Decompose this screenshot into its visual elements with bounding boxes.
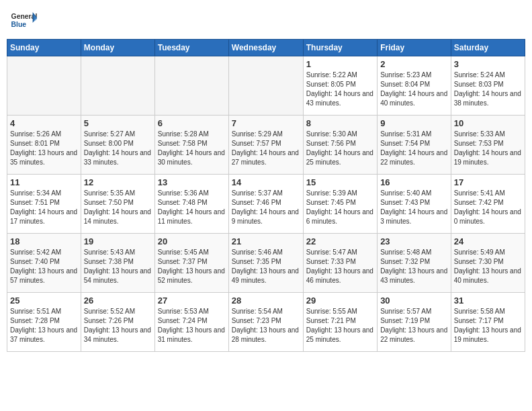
day-number: 3 — [454, 59, 522, 69]
day-number: 6 — [158, 118, 226, 128]
calendar-cell: 26Sunrise: 5:52 AMSunset: 7:26 PMDayligh… — [81, 293, 154, 352]
col-header-sunday: Sunday — [7, 40, 81, 56]
calendar-cell: 8Sunrise: 5:30 AMSunset: 7:56 PMDaylight… — [303, 116, 377, 175]
calendar-cell: 14Sunrise: 5:37 AMSunset: 7:46 PMDayligh… — [228, 175, 303, 234]
day-number: 4 — [10, 118, 78, 128]
col-header-thursday: Thursday — [303, 40, 377, 56]
svg-text:Blue: Blue — [11, 21, 27, 28]
day-info: Sunrise: 5:42 AMSunset: 7:40 PMDaylight:… — [10, 248, 78, 285]
day-info: Sunrise: 5:51 AMSunset: 7:28 PMDaylight:… — [10, 307, 78, 345]
day-number: 10 — [454, 118, 522, 128]
calendar-cell: 28Sunrise: 5:54 AMSunset: 7:23 PMDayligh… — [228, 293, 303, 352]
day-number: 23 — [380, 236, 448, 246]
calendar-header-row: SundayMondayTuesdayWednesdayThursdayFrid… — [7, 40, 525, 56]
day-info: Sunrise: 5:35 AMSunset: 7:50 PMDaylight:… — [84, 189, 152, 226]
day-number: 30 — [380, 295, 448, 306]
col-header-monday: Monday — [81, 40, 154, 56]
day-number: 20 — [158, 236, 226, 246]
day-info: Sunrise: 5:29 AMSunset: 7:57 PMDaylight:… — [232, 130, 300, 167]
day-info: Sunrise: 5:48 AMSunset: 7:32 PMDaylight:… — [380, 248, 448, 285]
day-number: 11 — [10, 177, 78, 187]
col-header-tuesday: Tuesday — [154, 40, 228, 56]
day-number: 19 — [84, 236, 152, 246]
col-header-wednesday: Wednesday — [228, 40, 303, 56]
calendar-cell: 21Sunrise: 5:46 AMSunset: 7:35 PMDayligh… — [228, 234, 303, 293]
day-info: Sunrise: 5:45 AMSunset: 7:37 PMDaylight:… — [158, 248, 226, 285]
calendar-cell: 31Sunrise: 5:58 AMSunset: 7:17 PMDayligh… — [451, 293, 525, 352]
calendar-cell — [7, 56, 81, 116]
day-info: Sunrise: 5:43 AMSunset: 7:38 PMDaylight:… — [84, 248, 152, 285]
calendar-cell: 29Sunrise: 5:55 AMSunset: 7:21 PMDayligh… — [303, 293, 377, 352]
day-info: Sunrise: 5:40 AMSunset: 7:43 PMDaylight:… — [380, 189, 448, 226]
day-number: 31 — [454, 295, 522, 306]
day-info: Sunrise: 5:47 AMSunset: 7:33 PMDaylight:… — [306, 248, 374, 285]
day-info: Sunrise: 5:49 AMSunset: 7:30 PMDaylight:… — [454, 248, 522, 285]
calendar-cell: 12Sunrise: 5:35 AMSunset: 7:50 PMDayligh… — [81, 175, 154, 234]
calendar-cell: 20Sunrise: 5:45 AMSunset: 7:37 PMDayligh… — [154, 234, 228, 293]
calendar-cell: 25Sunrise: 5:51 AMSunset: 7:28 PMDayligh… — [7, 293, 81, 352]
day-number: 27 — [158, 295, 226, 306]
calendar-cell — [154, 56, 228, 116]
col-header-saturday: Saturday — [451, 40, 525, 56]
day-info: Sunrise: 5:33 AMSunset: 7:53 PMDaylight:… — [454, 130, 522, 167]
day-info: Sunrise: 5:26 AMSunset: 8:01 PMDaylight:… — [10, 130, 78, 167]
calendar-cell: 17Sunrise: 5:41 AMSunset: 7:42 PMDayligh… — [451, 175, 525, 234]
week-row-2: 4Sunrise: 5:26 AMSunset: 8:01 PMDaylight… — [7, 116, 525, 175]
day-info: Sunrise: 5:55 AMSunset: 7:21 PMDaylight:… — [306, 307, 374, 345]
day-number: 8 — [306, 118, 374, 128]
calendar-cell: 2Sunrise: 5:23 AMSunset: 8:04 PMDaylight… — [378, 56, 451, 116]
day-info: Sunrise: 5:22 AMSunset: 8:05 PMDaylight:… — [306, 71, 374, 108]
logo: General Blue — [10, 7, 40, 34]
day-number: 15 — [306, 177, 374, 187]
day-info: Sunrise: 5:41 AMSunset: 7:42 PMDaylight:… — [454, 189, 522, 226]
week-row-4: 18Sunrise: 5:42 AMSunset: 7:40 PMDayligh… — [7, 234, 525, 293]
calendar-cell: 11Sunrise: 5:34 AMSunset: 7:51 PMDayligh… — [7, 175, 81, 234]
calendar-cell: 1Sunrise: 5:22 AMSunset: 8:05 PMDaylight… — [303, 56, 377, 116]
calendar-table: SundayMondayTuesdayWednesdayThursdayFrid… — [7, 39, 525, 352]
calendar-cell: 19Sunrise: 5:43 AMSunset: 7:38 PMDayligh… — [81, 234, 154, 293]
day-number: 17 — [454, 177, 522, 187]
day-info: Sunrise: 5:54 AMSunset: 7:23 PMDaylight:… — [232, 307, 300, 345]
day-info: Sunrise: 5:36 AMSunset: 7:48 PMDaylight:… — [158, 189, 226, 226]
day-info: Sunrise: 5:31 AMSunset: 7:54 PMDaylight:… — [380, 130, 448, 167]
day-number: 22 — [306, 236, 374, 246]
calendar-cell: 23Sunrise: 5:48 AMSunset: 7:32 PMDayligh… — [378, 234, 451, 293]
day-number: 16 — [380, 177, 448, 187]
calendar-cell — [228, 56, 303, 116]
day-info: Sunrise: 5:27 AMSunset: 8:00 PMDaylight:… — [84, 130, 152, 167]
logo-icon: General Blue — [10, 7, 37, 34]
day-info: Sunrise: 5:53 AMSunset: 7:24 PMDaylight:… — [158, 307, 226, 345]
day-number: 12 — [84, 177, 152, 187]
day-info: Sunrise: 5:57 AMSunset: 7:19 PMDaylight:… — [380, 307, 448, 345]
day-number: 7 — [232, 118, 300, 128]
calendar-cell: 5Sunrise: 5:27 AMSunset: 8:00 PMDaylight… — [81, 116, 154, 175]
week-row-5: 25Sunrise: 5:51 AMSunset: 7:28 PMDayligh… — [7, 293, 525, 352]
day-number: 21 — [232, 236, 300, 246]
day-info: Sunrise: 5:39 AMSunset: 7:45 PMDaylight:… — [306, 189, 374, 226]
calendar-cell: 24Sunrise: 5:49 AMSunset: 7:30 PMDayligh… — [451, 234, 525, 293]
day-number: 1 — [306, 59, 374, 69]
calendar-cell: 13Sunrise: 5:36 AMSunset: 7:48 PMDayligh… — [154, 175, 228, 234]
day-info: Sunrise: 5:28 AMSunset: 7:58 PMDaylight:… — [158, 130, 226, 167]
day-number: 24 — [454, 236, 522, 246]
page-header: General Blue — [7, 7, 525, 34]
calendar-cell: 3Sunrise: 5:24 AMSunset: 8:03 PMDaylight… — [451, 56, 525, 116]
calendar-cell: 22Sunrise: 5:47 AMSunset: 7:33 PMDayligh… — [303, 234, 377, 293]
day-info: Sunrise: 5:58 AMSunset: 7:17 PMDaylight:… — [454, 307, 522, 345]
day-info: Sunrise: 5:37 AMSunset: 7:46 PMDaylight:… — [232, 189, 300, 226]
day-number: 18 — [10, 236, 78, 246]
calendar-cell: 7Sunrise: 5:29 AMSunset: 7:57 PMDaylight… — [228, 116, 303, 175]
day-number: 2 — [380, 59, 448, 69]
calendar-cell: 16Sunrise: 5:40 AMSunset: 7:43 PMDayligh… — [378, 175, 451, 234]
day-number: 29 — [306, 295, 374, 306]
day-number: 13 — [158, 177, 226, 187]
calendar-cell — [81, 56, 154, 116]
week-row-3: 11Sunrise: 5:34 AMSunset: 7:51 PMDayligh… — [7, 175, 525, 234]
calendar-cell: 18Sunrise: 5:42 AMSunset: 7:40 PMDayligh… — [7, 234, 81, 293]
calendar-cell: 30Sunrise: 5:57 AMSunset: 7:19 PMDayligh… — [378, 293, 451, 352]
calendar-cell: 9Sunrise: 5:31 AMSunset: 7:54 PMDaylight… — [378, 116, 451, 175]
calendar-cell: 15Sunrise: 5:39 AMSunset: 7:45 PMDayligh… — [303, 175, 377, 234]
week-row-1: 1Sunrise: 5:22 AMSunset: 8:05 PMDaylight… — [7, 56, 525, 116]
calendar-cell: 6Sunrise: 5:28 AMSunset: 7:58 PMDaylight… — [154, 116, 228, 175]
day-number: 9 — [380, 118, 448, 128]
